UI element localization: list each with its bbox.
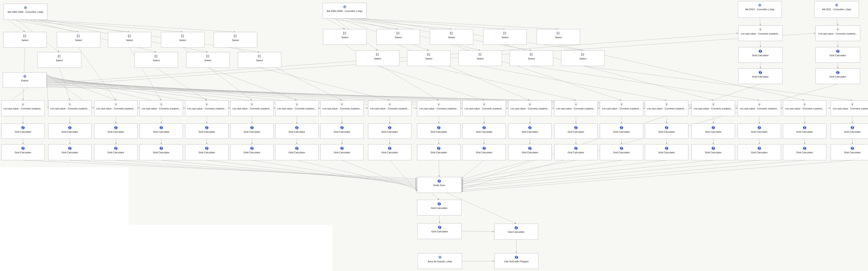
- node-clip[interactable]: Clip Grid with Polygon: [494, 253, 538, 269]
- node-ga5[interactable]: Grid Calculator: [185, 124, 228, 139]
- node-v8[interactable]: v.to.rast.value - Converts (rasteriz...: [320, 100, 364, 116]
- node-m4[interactable]: Select: [483, 29, 527, 45]
- node-label: Grid Calculator: [752, 76, 769, 78]
- node-ga18[interactable]: Grid Calculator: [783, 124, 826, 139]
- node-ga16[interactable]: Grid Calculator: [691, 124, 735, 139]
- node-v11[interactable]: v.to.rast.value - Converts (rasteriz...: [462, 100, 506, 116]
- node-in2011[interactable]: AA 2011 - Concelho (.shp): [814, 1, 859, 18]
- node-label: Grid Calculator: [476, 151, 493, 154]
- node-gb11[interactable]: Grid Calculator: [462, 144, 506, 160]
- node-gb17[interactable]: Grid Calculator: [738, 144, 781, 160]
- node-v14[interactable]: v.to.rast.value - Converts (rasteriz...: [600, 100, 643, 116]
- node-gcr[interactable]: Grid Calculator: [494, 224, 538, 240]
- plus-icon: [758, 3, 762, 7]
- node-label: Area de Estudo (.shp): [428, 260, 452, 263]
- node-in2010[interactable]: AA 2010 - Concelho (.shp): [738, 1, 782, 18]
- node-in2000[interactable]: AA 2000-2009 - Concelho (.shp): [323, 3, 367, 19]
- node-v4[interactable]: v.to.rast.value - Converts (rasteriz...: [140, 100, 183, 116]
- node-m10[interactable]: Select: [561, 50, 604, 66]
- node-m9[interactable]: Select: [510, 50, 553, 66]
- node-s8[interactable]: Select: [186, 52, 229, 68]
- node-gb2[interactable]: Grid Calculator: [48, 144, 92, 160]
- node-v7[interactable]: v.to.rast.value - Converts (rasteriz...: [275, 100, 318, 116]
- node-label: Grid Calculator: [381, 130, 398, 133]
- node-gb12[interactable]: Grid Calculator: [508, 144, 552, 160]
- node-gca[interactable]: Grid Calculator: [417, 200, 461, 215]
- node-m1[interactable]: Select: [323, 29, 367, 45]
- node-m7[interactable]: Select: [407, 50, 451, 66]
- node-ga4[interactable]: Grid Calculator: [140, 124, 183, 139]
- node-ga3[interactable]: Grid Calculator: [94, 124, 137, 139]
- node-gb13[interactable]: Grid Calculator: [554, 144, 598, 160]
- node-ga17[interactable]: Grid Calculator: [738, 124, 781, 139]
- node-v17[interactable]: v.to.rast.value - Converts (rasteriz...: [738, 100, 781, 116]
- node-ga2[interactable]: Grid Calculator: [48, 124, 92, 139]
- node-gb16[interactable]: Grid Calculator: [691, 144, 735, 160]
- node-ga10[interactable]: Grid Calculator: [417, 124, 461, 139]
- node-gb6[interactable]: Grid Calculator: [230, 144, 274, 160]
- node-s6[interactable]: Select: [37, 52, 82, 68]
- node-v9[interactable]: v.to.rast.value - Converts (rasteriz...: [368, 100, 411, 116]
- node-ga1[interactable]: Grid Calculator: [1, 124, 45, 139]
- node-v3[interactable]: v.to.rast.value - Converts (rasteriz...: [94, 100, 137, 116]
- node-ga19[interactable]: Grid Calculator: [831, 124, 868, 139]
- node-ga14[interactable]: Grid Calculator: [600, 124, 643, 139]
- node-extent[interactable]: Extent: [3, 72, 46, 88]
- node-v19[interactable]: v.to.rast.value - Converts (rasteriz...: [831, 100, 868, 116]
- node-gb1[interactable]: Grid Calculator: [1, 144, 45, 160]
- node-ga6[interactable]: Grid Calculator: [230, 124, 274, 139]
- node-gb5[interactable]: Grid Calculator: [185, 144, 228, 160]
- node-r2b[interactable]: Grid Calculator: [815, 68, 860, 84]
- node-ga13[interactable]: Grid Calculator: [554, 124, 598, 139]
- node-v13[interactable]: v.to.rast.value - Converts (rasteriz...: [554, 100, 598, 116]
- node-s9[interactable]: Select: [238, 52, 281, 68]
- node-gb14[interactable]: Grid Calculator: [600, 144, 643, 160]
- node-s7[interactable]: Select: [134, 52, 178, 68]
- node-gcb[interactable]: Grid Calculator: [417, 223, 462, 239]
- node-gb3[interactable]: Grid Calculator: [94, 144, 137, 160]
- node-v15[interactable]: v.to.rast.value - Converts (rasteriz...: [645, 100, 688, 116]
- node-ga12[interactable]: Grid Calculator: [508, 124, 552, 139]
- node-v12[interactable]: v.to.rast.value - Converts (rasteriz...: [508, 100, 552, 116]
- node-r2a[interactable]: Grid Calculator: [815, 47, 860, 63]
- node-v2[interactable]: v.to.rast.value - Converts (rasteriz...: [48, 100, 92, 116]
- node-ga8[interactable]: Grid Calculator: [320, 124, 364, 139]
- node-v10[interactable]: v.to.rast.value - Converts (rasteriz...: [417, 100, 461, 116]
- node-r1b[interactable]: Grid Calculator: [738, 68, 782, 84]
- node-gb19[interactable]: Grid Calculator: [831, 144, 868, 160]
- node-r2v[interactable]: v.to.rast.value - Converts (rasteriz...: [815, 25, 860, 41]
- node-v5[interactable]: v.to.rast.value - Converts (rasteriz...: [185, 100, 228, 116]
- node-gb7[interactable]: Grid Calculator: [275, 144, 318, 160]
- node-m8[interactable]: Select: [459, 50, 502, 66]
- node-in1990[interactable]: AA 1990-1999 - Concelho (.shp): [3, 4, 47, 20]
- node-m5[interactable]: Select: [537, 29, 580, 45]
- node-ga11[interactable]: Grid Calculator: [462, 124, 506, 139]
- node-v1[interactable]: v.to.rast.value - Converts (rasteriz...: [1, 100, 45, 116]
- node-area[interactable]: Area de Estudo (.shp): [418, 253, 462, 269]
- node-gb18[interactable]: Grid Calculator: [783, 144, 826, 160]
- node-sum[interactable]: Grids Sum: [417, 177, 461, 193]
- node-r1v[interactable]: v.to.rast.value - Converts (rasteriz...: [738, 25, 782, 41]
- node-s3[interactable]: Select: [108, 32, 151, 48]
- node-v16[interactable]: v.to.rast.value - Converts (rasteriz...: [691, 100, 735, 116]
- node-v18[interactable]: v.to.rast.value - Converts (rasteriz...: [783, 100, 826, 116]
- node-gb8[interactable]: Grid Calculator: [320, 144, 364, 160]
- node-m3[interactable]: Select: [430, 29, 473, 45]
- node-ga15[interactable]: Grid Calculator: [645, 124, 688, 139]
- grass-rasterize-icon: [114, 102, 118, 107]
- node-gb10[interactable]: Grid Calculator: [417, 144, 461, 160]
- node-gb4[interactable]: Grid Calculator: [140, 144, 183, 160]
- node-ga7[interactable]: Grid Calculator: [275, 124, 318, 139]
- node-m2[interactable]: Select: [376, 29, 420, 45]
- node-s5[interactable]: Select: [214, 32, 257, 48]
- node-ga9[interactable]: Grid Calculator: [368, 124, 411, 139]
- node-gb9[interactable]: Grid Calculator: [368, 144, 411, 160]
- node-m6[interactable]: Select: [356, 50, 399, 66]
- node-r1a[interactable]: Grid Calculator: [738, 47, 782, 63]
- node-v6[interactable]: v.to.rast.value - Converts (rasteriz...: [230, 100, 274, 116]
- node-s1[interactable]: Select: [3, 32, 46, 48]
- node-gb15[interactable]: Grid Calculator: [645, 144, 688, 160]
- node-s2[interactable]: Select: [57, 32, 100, 48]
- saga-icon: [528, 146, 532, 150]
- node-s4[interactable]: Select: [161, 32, 205, 48]
